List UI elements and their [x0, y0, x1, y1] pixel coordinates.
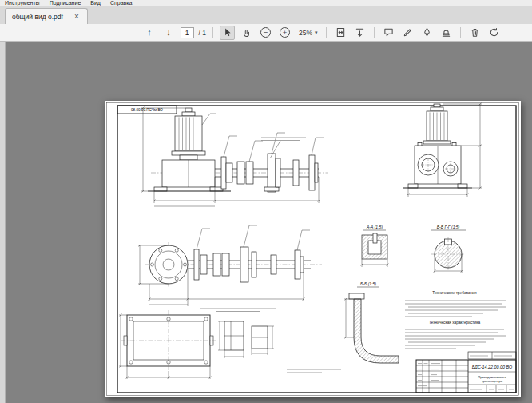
menu-item-tools[interactable]: Инструменты — [5, 0, 40, 6]
toolbar-main-group: ↑ ↓ / 1 − + — [30, 26, 502, 40]
zoom-level-value: 25% — [299, 29, 312, 37]
menu-item-view[interactable]: Вид — [90, 0, 101, 6]
foundation-plan-label — [200, 309, 276, 312]
pencil-icon — [403, 27, 413, 38]
refresh-button[interactable] — [486, 26, 502, 40]
arrow-down-icon: ↓ — [166, 28, 171, 37]
scroll-down-icon — [355, 27, 365, 38]
tech-characteristics-text — [405, 329, 506, 349]
scroll-mode-button[interactable] — [352, 26, 367, 40]
tech-characteristics-title: Техническая характеристика — [429, 321, 480, 325]
view-front — [141, 107, 328, 207]
hand-tool-button[interactable] — [239, 26, 254, 40]
fit-page-button[interactable] — [333, 26, 348, 40]
document-area[interactable]: 08.00.00.ПСЧм-ВО — [0, 42, 532, 403]
page-number-input[interactable] — [181, 27, 194, 38]
refresh-icon — [489, 27, 499, 38]
comment-bubble-icon — [383, 27, 394, 38]
previous-page-button[interactable]: ↑ — [142, 26, 157, 40]
title-block — [416, 352, 516, 393]
trash-icon — [470, 27, 480, 38]
doc-number: БДС-14.22.00.00 ВО — [472, 365, 513, 369]
tech-requirements-text — [405, 301, 506, 317]
stamp-button[interactable] — [439, 26, 454, 40]
document-tab[interactable]: общий вид о.pdf × — [5, 8, 88, 24]
pdf-viewer-window: Инструменты Подписание Вид Справка общий… — [0, 0, 532, 403]
foundation-plan — [119, 310, 216, 379]
fill-sign-button[interactable] — [419, 26, 435, 40]
tech-requirements-title: Технические требования — [432, 291, 477, 295]
corner-stamp-text: 08.00.00.ПСЧм-ВО — [131, 108, 163, 112]
view-alt — [138, 225, 322, 306]
engineering-drawing: 08.00.00.ПСЧм-ВО — [105, 101, 521, 397]
sidebar-rail[interactable] — [0, 42, 6, 403]
zoom-level-dropdown[interactable]: 25% ▾ — [296, 27, 320, 38]
zoom-out-icon: − — [260, 27, 271, 38]
select-tool-button[interactable] — [220, 26, 235, 40]
fit-page-icon — [335, 27, 346, 38]
bottom-note — [287, 369, 341, 373]
section-vg — [431, 237, 465, 273]
pdf-page: 08.00.00.ПСЧм-ВО — [105, 101, 521, 397]
tab-title: общий вид о.pdf — [12, 13, 63, 21]
menu-item-sign[interactable]: Подписание — [50, 0, 81, 6]
section-aa — [361, 233, 389, 267]
toolbar: ↑ ↓ / 1 − + — [0, 24, 532, 42]
toolbar-separator — [326, 27, 327, 38]
section-bb-label: Б-Б (1:5) — [360, 281, 376, 286]
next-page-button[interactable]: ↓ — [161, 26, 177, 40]
arrow-up-icon: ↑ — [147, 28, 152, 37]
section-bb — [344, 293, 399, 363]
comment-button[interactable] — [381, 26, 396, 40]
drawing-title-line2: транспортера — [482, 379, 503, 383]
toolbar-separator — [460, 27, 461, 38]
stamp-icon — [441, 27, 451, 38]
menu-item-help[interactable]: Справка — [110, 0, 132, 6]
zoom-in-icon: + — [280, 27, 290, 38]
zoom-in-button[interactable]: + — [277, 26, 292, 40]
toolbar-separator — [374, 27, 375, 38]
cursor-icon — [222, 27, 232, 38]
page-count-label: / 1 — [199, 29, 206, 37]
highlight-button[interactable] — [400, 26, 415, 40]
caret-down-icon: ▾ — [315, 30, 318, 36]
bracket-details — [218, 321, 274, 358]
delete-button[interactable] — [467, 26, 482, 40]
tab-bar: общий вид о.pdf × — [0, 6, 532, 24]
menu-bar: Инструменты Подписание Вид Справка — [0, 0, 532, 6]
zoom-out-button[interactable]: − — [258, 26, 273, 40]
tab-close-icon[interactable]: × — [74, 13, 79, 21]
section-aa-label: А-А (1:5) — [366, 225, 383, 229]
toolbar-separator — [212, 27, 213, 38]
section-vg-label: В-В Г-Г (1:5) — [437, 225, 460, 229]
hand-icon — [241, 27, 252, 38]
pen-nib-icon — [422, 27, 432, 38]
drawing-title-line1: Привод шнекового — [478, 375, 506, 379]
view-side — [403, 103, 482, 198]
